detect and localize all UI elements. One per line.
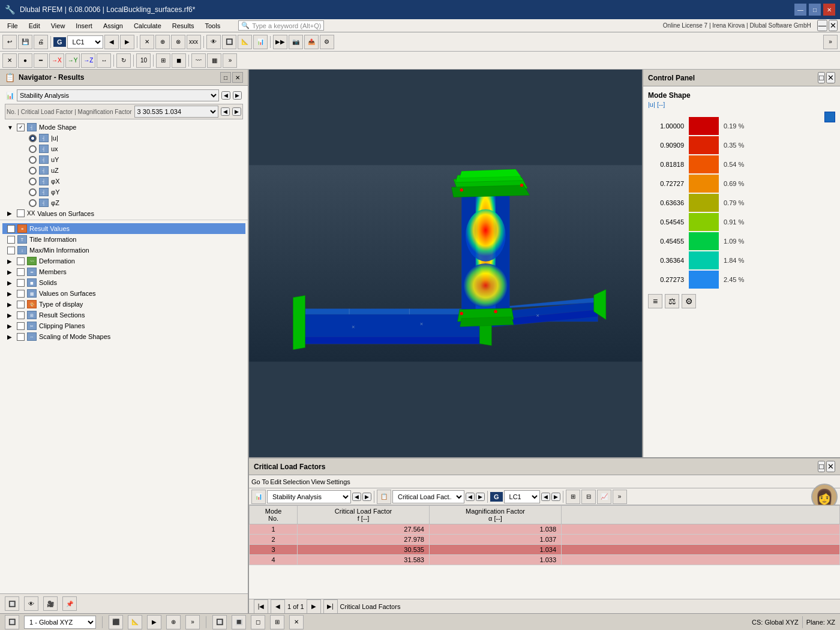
nav-tool-1[interactable]: 🔲 [5, 596, 19, 611]
secondary-close[interactable]: ✕ [829, 20, 838, 31]
radio-phiz[interactable] [29, 199, 37, 207]
sb-tool5[interactable]: » [185, 615, 200, 629]
members-item[interactable]: ▶ ━ Members [2, 266, 245, 277]
menu-file[interactable]: File [2, 21, 23, 31]
search-box[interactable]: 🔍 Type a keyword (Alt+Q) [238, 20, 324, 31]
tb-btn1[interactable]: ✕ [140, 35, 154, 49]
option-phiz-row[interactable]: ▶ ┤ φZ [14, 197, 245, 208]
table-row[interactable]: 4 31.583 1.033 [250, 555, 840, 565]
cp-bar-btn[interactable]: ≡ [648, 294, 662, 308]
menu-tools[interactable]: Tools [200, 21, 225, 31]
tb-view1[interactable]: 👁 [206, 35, 221, 49]
mem-checkbox[interactable] [17, 268, 25, 276]
tb2-rotate[interactable]: ↻ [116, 53, 131, 68]
bf-prev[interactable]: ◀ [271, 599, 285, 614]
bt-analysis-icon[interactable]: 📊 [251, 490, 266, 504]
tb2-axis-z[interactable]: →Z [81, 53, 95, 68]
tb-anim[interactable]: ▶▶ [273, 35, 287, 49]
tb2-deform[interactable]: 〰 [191, 53, 206, 68]
sb-view1[interactable]: 🔲 [212, 615, 227, 629]
rv-checkbox[interactable] [7, 225, 15, 233]
sb-view2[interactable]: 🔳 [232, 615, 246, 629]
tb2-shade[interactable]: ◼ [172, 53, 186, 68]
bt-res-prev[interactable]: ◀ [466, 493, 475, 501]
nav-tool-4[interactable]: 📌 [62, 596, 77, 611]
mode-nav-right[interactable]: ▶ [232, 107, 241, 116]
menu-view[interactable]: View [46, 21, 70, 31]
table-row[interactable]: 2 27.978 1.037 [250, 535, 840, 545]
tb-btn3[interactable]: ⊗ [171, 35, 185, 49]
table-row[interactable]: 3 30.535 1.034 [250, 545, 840, 555]
tb2-more[interactable]: » [223, 53, 237, 68]
scaling-item[interactable]: ▶ ↔ Scaling of Mode Shapes [2, 331, 245, 342]
vs2-checkbox[interactable] [17, 290, 25, 298]
tb2-axis-all[interactable]: ↔ [97, 53, 111, 68]
3d-view-area[interactable]: × × × [249, 70, 642, 457]
tb2-line[interactable]: ━ [34, 53, 48, 68]
tb2-select[interactable]: ✕ [2, 53, 17, 68]
bt-anal-prev[interactable]: ◀ [352, 493, 361, 501]
tb-snap[interactable]: 📷 [289, 35, 303, 49]
table-row[interactable]: 1 27.564 1.038 [250, 524, 840, 535]
bt-res-next[interactable]: ▶ [476, 493, 485, 501]
tb-btn4[interactable]: xxx [187, 35, 201, 49]
bt-filter1[interactable]: ⊞ [566, 490, 580, 504]
sb-tool4[interactable]: ⊕ [166, 615, 181, 629]
bt-filter2[interactable]: ⊟ [581, 490, 596, 504]
mode-selector-dropdown[interactable]: 3 30.535 1.034 [134, 106, 218, 118]
bt-result-dropdown[interactable]: Critical Load Fact... [392, 490, 464, 503]
option-phiy-row[interactable]: ▶ ┤ φY [14, 187, 245, 197]
analysis-nav-left[interactable]: ◀ [221, 91, 230, 100]
sb-view4[interactable]: ⊞ [270, 615, 284, 629]
type-of-display-item[interactable]: ▶ 🎨 Type of display [2, 299, 245, 310]
mm-checkbox[interactable] [7, 247, 15, 254]
radio-u-abs[interactable] [29, 134, 37, 142]
result-sections-item[interactable]: ▶ ⊞ Result Sections [2, 310, 245, 320]
tb-undo[interactable]: ↩ [2, 35, 17, 49]
cp-restore-btn[interactable]: □ [818, 72, 825, 83]
maxmin-info-item[interactable]: ↕ Max/Min Information [2, 245, 245, 256]
values-on-surfaces-checkbox[interactable] [17, 209, 25, 217]
sb-view3[interactable]: ◻ [251, 615, 265, 629]
bm-view[interactable]: View [311, 478, 325, 485]
sc-checkbox[interactable] [17, 333, 25, 341]
option-phix-row[interactable]: ▶ ┤ φX [14, 176, 245, 187]
mode-shape-checkbox[interactable] [17, 124, 25, 131]
bt-lc-dropdown[interactable]: LC1 [504, 490, 540, 503]
rs-checkbox[interactable] [17, 311, 25, 319]
secondary-minimize[interactable]: — [817, 20, 827, 31]
close-button[interactable]: ✕ [823, 4, 835, 16]
tb-next[interactable]: ▶ [120, 35, 134, 49]
mode-shape-parent-row[interactable]: ▼ ┤ Mode Shape [2, 122, 245, 133]
bf-first[interactable]: |◀ [254, 599, 268, 614]
bottom-restore-btn[interactable]: □ [818, 461, 825, 472]
sol-checkbox[interactable] [17, 279, 25, 287]
option-u-abs-row[interactable]: ▶ ┤ |u| [14, 133, 245, 143]
menu-calculate[interactable]: Calculate [129, 21, 166, 31]
analysis-nav-right[interactable]: ▶ [233, 91, 242, 100]
tb2-stress[interactable]: ▦ [207, 53, 221, 68]
def-checkbox[interactable] [17, 257, 25, 265]
tb-prev[interactable]: ◀ [104, 35, 119, 49]
radio-phiy[interactable] [29, 188, 37, 196]
bm-goto[interactable]: Go To [251, 478, 269, 485]
result-values-item[interactable]: ≡ Result Values [2, 223, 245, 234]
tb2-axis-x[interactable]: →X [49, 53, 64, 68]
bm-edit[interactable]: Edit [270, 478, 281, 485]
option-ux-row[interactable]: ▶ ┤ ux [14, 143, 245, 154]
mode-nav-left[interactable]: ◀ [221, 107, 230, 116]
clipping-planes-item[interactable]: ▶ ✂ Clipping Planes [2, 320, 245, 331]
title-info-item[interactable]: T Title Information [2, 234, 245, 245]
bt-chart[interactable]: 📈 [597, 490, 611, 504]
minimize-button[interactable]: — [794, 4, 806, 16]
tb-export[interactable]: 📤 [304, 35, 319, 49]
tb-btn2[interactable]: ⊕ [155, 35, 170, 49]
bt-lc-next[interactable]: ▶ [551, 493, 560, 501]
cp-scale-btn[interactable]: ⚖ [665, 294, 679, 308]
tb-print[interactable]: 🖨 [34, 35, 48, 49]
nav-tool-3[interactable]: 🎥 [43, 596, 58, 611]
maximize-button[interactable]: □ [809, 4, 821, 16]
bt-anal-next[interactable]: ▶ [362, 493, 371, 501]
bf-last[interactable]: ▶| [323, 599, 338, 614]
bt-analysis-dropdown[interactable]: Stability Analysis [267, 490, 351, 503]
